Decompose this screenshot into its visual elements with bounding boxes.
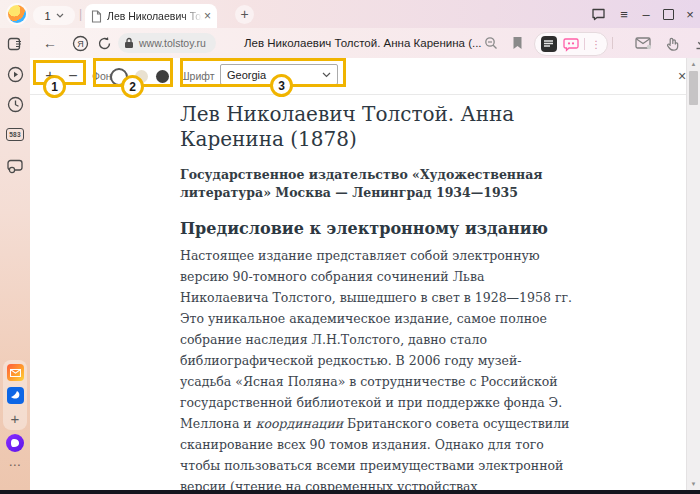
- reload-icon: [97, 36, 112, 51]
- bookmark-icon: [512, 36, 523, 50]
- page-tools-more-icon[interactable]: ⋮: [591, 39, 601, 50]
- yandex-circle-icon: Я: [72, 35, 89, 52]
- sidebar-panels-button[interactable]: [0, 36, 30, 52]
- document-icon: [91, 10, 102, 23]
- sidebar-video-button[interactable]: [0, 158, 30, 174]
- browser-window: 1 | Лев Николаевич Толсто × + ≡ – ×: [0, 0, 700, 494]
- scroll-down-icon[interactable]: ▼: [687, 478, 700, 490]
- clock-icon: [7, 96, 24, 113]
- tab-separator: |: [79, 7, 82, 21]
- active-tab[interactable]: Лев Николаевич Толсто ×: [85, 4, 217, 28]
- page-tools-group: ⋮: [534, 32, 608, 56]
- download-icon: [695, 36, 700, 50]
- url-text: www.tolstoy.ru: [139, 37, 206, 49]
- url-field[interactable]: www.tolstoy.ru: [118, 33, 216, 53]
- annotation-label-3: 3: [270, 74, 293, 97]
- toolbar-divider: [612, 37, 613, 49]
- sidebar-alice-button[interactable]: [0, 434, 30, 452]
- sidebar-counter-button[interactable]: 583: [0, 128, 30, 141]
- article-section-heading: Предисловие к электронному изданию: [180, 219, 572, 239]
- mail-notifier-button[interactable]: [630, 28, 656, 58]
- tab-counter-value: 1: [44, 10, 50, 22]
- counter-badge: 583: [6, 128, 23, 141]
- profile-avatar[interactable]: [8, 5, 26, 23]
- tab-title: Лев Николаевич Толсто: [107, 10, 202, 22]
- annotation-label-1: 1: [43, 75, 66, 98]
- annotation-label-2: 2: [121, 75, 144, 98]
- address-bar: ← Я www.tolstoy.ru Лев Николаевич Толсто…: [30, 28, 700, 58]
- svg-text:Я: Я: [77, 39, 84, 49]
- alice-icon: [6, 434, 24, 452]
- tab-counter[interactable]: 1: [33, 6, 75, 25]
- more-dots-icon: ⋯: [9, 458, 22, 472]
- reader-close-icon: ×: [678, 68, 686, 84]
- hand-icon: [665, 36, 681, 51]
- magnifier-icon: [484, 36, 498, 50]
- picture-in-picture-icon: [6, 158, 24, 174]
- article: Лев Николаевич Толстой. Анна Каренина (1…: [180, 94, 572, 490]
- window-close-icon: ×: [676, 7, 700, 22]
- lock-icon: [124, 37, 134, 49]
- play-circle-icon: [7, 66, 24, 83]
- web-content: + − Фон Шрифт Georgia × Лев Николаевич Т…: [30, 58, 700, 490]
- yandex-mail-icon: [7, 364, 24, 381]
- yandex-search-button[interactable]: Я: [68, 28, 92, 58]
- article-title: Лев Николаевич Толстой. Анна Каренина (1…: [180, 102, 572, 152]
- comments-icon[interactable]: [563, 37, 579, 52]
- sidebar-disk-button[interactable]: [0, 387, 30, 404]
- annotation-box-3: [180, 58, 346, 87]
- plus-icon: +: [11, 410, 20, 427]
- sidebar-mail-button[interactable]: [0, 364, 30, 381]
- sidebar-history-button[interactable]: [0, 96, 30, 113]
- article-paragraph: Настоящее издание представляет собой эле…: [180, 245, 572, 490]
- yandex-disk-icon: [7, 387, 24, 404]
- window-bottom-edge: [0, 490, 700, 494]
- reader-mode-icon: [544, 40, 553, 49]
- scroll-up-icon[interactable]: ▲: [687, 58, 700, 70]
- downloads-button[interactable]: [688, 28, 700, 58]
- chat-bubble-icon: [591, 7, 606, 21]
- sidebar: 583 + ⋯: [0, 28, 30, 490]
- sidebar-music-button[interactable]: [0, 66, 30, 83]
- article-publisher: Государственное издательство «Художестве…: [180, 166, 572, 202]
- pill-divider: [584, 38, 585, 50]
- tab-close-icon[interactable]: ×: [204, 9, 211, 23]
- vertical-scrollbar[interactable]: ▲ ▼: [686, 58, 700, 490]
- new-tab-button[interactable]: +: [235, 5, 254, 24]
- feedback-button[interactable]: [584, 0, 612, 28]
- tab-bar: 1 | Лев Николаевич Толсто × + ≡ – ×: [0, 0, 700, 28]
- chevron-down-icon: [56, 13, 64, 18]
- sidebar-add-button[interactable]: +: [0, 410, 30, 427]
- panels-icon: [7, 36, 23, 52]
- zoom-button[interactable]: [480, 28, 502, 58]
- collections-button[interactable]: [660, 28, 686, 58]
- reload-button[interactable]: [92, 28, 116, 58]
- page-title: Лев Николаевич Толстой. Анна Каренина (.…: [244, 28, 482, 58]
- reader-mode-button[interactable]: [541, 36, 557, 52]
- scrollbar-thumb[interactable]: [689, 71, 698, 105]
- back-arrow-icon: ←: [43, 35, 57, 51]
- sidebar-more-button[interactable]: ⋯: [0, 458, 30, 472]
- back-button[interactable]: ←: [38, 28, 62, 58]
- window-close-button[interactable]: ×: [676, 0, 700, 28]
- envelope-icon: [635, 36, 652, 50]
- bookmark-button[interactable]: [506, 28, 528, 58]
